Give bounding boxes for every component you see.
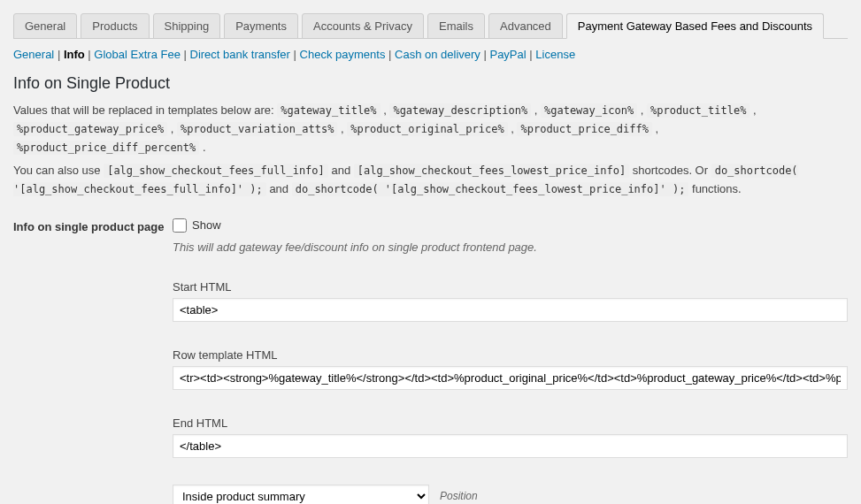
placeholder-code: %gateway_icon% <box>541 103 637 118</box>
function-code: do_shortcode( '[alg_show_checkout_fees_l… <box>292 182 689 196</box>
settings-tabs: General Products Shipping Payments Accou… <box>13 13 848 39</box>
tab-advanced[interactable]: Advanced <box>488 13 563 39</box>
position-select[interactable]: Inside product summary <box>173 485 429 504</box>
row-label: Info on single product page <box>13 218 173 233</box>
separator: | <box>388 48 395 61</box>
row-template-input[interactable] <box>173 366 848 390</box>
placeholder-code: %product_price_diff_percent% <box>13 141 199 155</box>
tab-payment-gateway-fees[interactable]: Payment Gateway Based Fees and Discounts <box>566 13 824 39</box>
tab-general[interactable]: General <box>13 13 77 39</box>
end-html-input[interactable] <box>173 434 848 458</box>
placeholder-code: %product_title% <box>647 103 750 118</box>
subnav-info[interactable]: Info <box>64 48 85 61</box>
separator: | <box>184 48 190 61</box>
position-label: Position <box>440 490 478 502</box>
values-intro-text: Values that will be replaced in template… <box>13 103 277 117</box>
subnav-check-payments[interactable]: Check payments <box>300 48 386 61</box>
placeholder-code: %gateway_description% <box>389 103 531 118</box>
tab-emails[interactable]: Emails <box>427 13 485 39</box>
also-use-post: shortcodes. Or <box>633 164 711 177</box>
and-text: and <box>331 164 353 177</box>
separator: | <box>58 48 64 61</box>
subnav-cash-on-delivery[interactable]: Cash on delivery <box>395 48 480 61</box>
placeholder-code: %product_original_price% <box>347 122 507 136</box>
sub-nav: General | Info | Global Extra Fee | Dire… <box>13 48 848 61</box>
placeholder-code: %product_variation_atts% <box>177 122 337 136</box>
subnav-direct-bank-transfer[interactable]: Direct bank transfer <box>190 48 290 61</box>
subnav-global-extra-fee[interactable]: Global Extra Fee <box>94 48 181 61</box>
subnav-license[interactable]: License <box>535 48 575 61</box>
placeholder-code: %gateway_title% <box>277 103 380 118</box>
also-use-pre: You can also use <box>13 164 104 177</box>
end-html-label: End HTML <box>173 416 848 430</box>
show-help-text: This will add gateway fee/discount info … <box>173 241 848 254</box>
placeholders-description: Values that will be replaced in template… <box>13 102 848 157</box>
row-template-label: Row template HTML <box>173 348 848 362</box>
shortcode-code: [alg_show_checkout_fees_full_info] <box>104 164 328 178</box>
functions-text: functions. <box>692 182 742 195</box>
tab-products[interactable]: Products <box>81 13 149 39</box>
start-html-input[interactable] <box>173 298 848 322</box>
subnav-paypal[interactable]: PayPal <box>489 48 526 61</box>
form-row: Info on single product page Show This wi… <box>13 218 848 504</box>
subnav-general[interactable]: General <box>13 48 54 61</box>
placeholder-code: %product_price_diff% <box>517 122 652 136</box>
and-text: and <box>269 182 291 195</box>
show-checkbox-label[interactable]: Show <box>173 218 221 233</box>
tab-accounts-privacy[interactable]: Accounts & Privacy <box>302 13 424 39</box>
show-label-text: Show <box>192 218 221 232</box>
tab-shipping[interactable]: Shipping <box>153 13 221 39</box>
shortcodes-description: You can also use [alg_show_checkout_fees… <box>13 162 848 199</box>
tab-payments[interactable]: Payments <box>224 13 298 39</box>
start-html-label: Start HTML <box>173 280 848 294</box>
show-checkbox[interactable] <box>173 218 187 233</box>
section-title: Info on Single Product <box>13 74 848 93</box>
shortcode-code: [alg_show_checkout_fees_lowest_price_inf… <box>354 164 629 178</box>
separator: | <box>294 48 300 61</box>
placeholder-code: %product_gateway_price% <box>13 122 167 136</box>
